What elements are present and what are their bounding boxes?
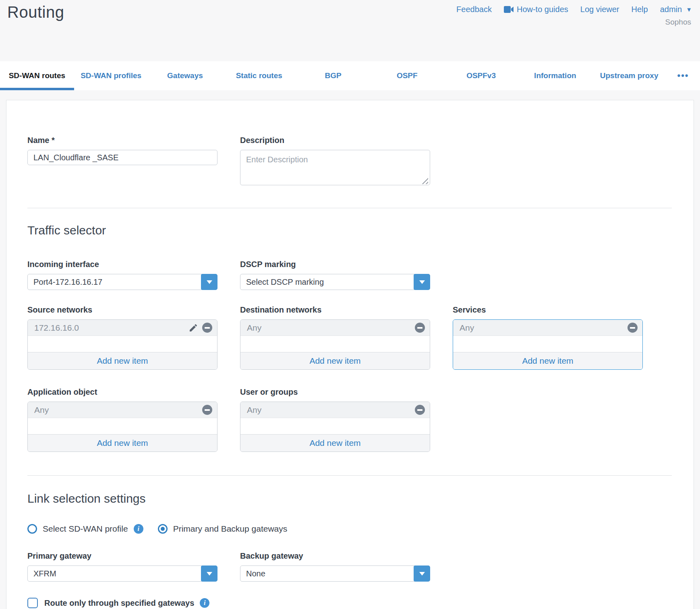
application-object-add-button[interactable]: Add new item	[28, 434, 217, 452]
remove-minus-icon[interactable]	[415, 405, 425, 415]
feedback-link[interactable]: Feedback	[456, 5, 492, 14]
remove-minus-icon[interactable]	[628, 323, 638, 333]
caret-down-icon: ▼	[686, 6, 692, 13]
destination-networks-item-value: Any	[247, 323, 261, 333]
primary-gateway-group: Primary gateway XFRM	[27, 551, 217, 582]
gateways-row: Primary gateway XFRM Backup gateway None	[27, 551, 679, 582]
traffic-selector-title: Traffic selector	[27, 224, 679, 237]
name-input[interactable]	[27, 150, 217, 165]
backup-gateway-group: Backup gateway None	[240, 551, 430, 582]
list-empty-space	[28, 418, 217, 434]
dscp-marking-dropdown[interactable]: Select DSCP marking	[240, 274, 430, 290]
application-object-item-value: Any	[34, 405, 49, 415]
dropdown-toggle-button[interactable]	[414, 566, 430, 582]
tab-information[interactable]: Information	[518, 61, 592, 90]
user-or-groups-group: User or groups Any Add new item	[240, 387, 430, 452]
primary-backup-gateways-radio[interactable]: Primary and Backup gateways	[158, 524, 288, 534]
dropdown-toggle-button[interactable]	[201, 274, 217, 290]
route-only-checkbox-row: Route only through specified gateways i	[27, 598, 679, 608]
tab-bar: SD-WAN routes SD-WAN profiles Gateways S…	[0, 61, 700, 90]
destination-networks-label: Destination networks	[240, 305, 430, 315]
section-divider	[27, 208, 672, 208]
remove-minus-icon[interactable]	[202, 405, 212, 415]
edit-pencil-icon[interactable]	[188, 323, 198, 333]
name-label: Name *	[27, 136, 217, 145]
primary-gateway-value: XFRM	[33, 569, 56, 578]
remove-minus-icon[interactable]	[415, 323, 425, 333]
name-description-row: Name * Description	[27, 136, 679, 187]
tab-sdwan-routes[interactable]: SD-WAN routes	[0, 61, 74, 90]
backup-gateway-dropdown[interactable]: None	[240, 566, 430, 582]
incoming-interface-group: Incoming interface Port4-172.16.16.17	[27, 260, 217, 290]
application-users-row: Application object Any Add new item User…	[27, 387, 679, 452]
info-icon[interactable]: i	[200, 598, 209, 608]
info-icon[interactable]: i	[134, 524, 143, 534]
header-links: Feedback How-to guides Log viewer Help a…	[456, 5, 692, 14]
destination-networks-add-button[interactable]: Add new item	[240, 352, 430, 369]
user-or-groups-item-value: Any	[247, 405, 261, 415]
tab-sdwan-profiles[interactable]: SD-WAN profiles	[74, 61, 148, 90]
services-item: Any	[453, 320, 642, 336]
dropdown-toggle-button[interactable]	[414, 274, 430, 290]
source-networks-group: Source networks 172.16.16.0 Add new item	[27, 305, 217, 370]
source-networks-label: Source networks	[27, 305, 217, 315]
primary-gateway-dropdown[interactable]: XFRM	[27, 566, 217, 582]
link-selection-title: Link selection settings	[27, 492, 679, 505]
user-or-groups-item: Any	[240, 402, 430, 418]
top-header: Routing Feedback How-to guides Log viewe…	[0, 0, 700, 61]
incoming-interface-value: Port4-172.16.16.17	[33, 278, 102, 287]
source-networks-item: 172.16.16.0	[28, 320, 217, 336]
tab-ospf[interactable]: OSPF	[370, 61, 444, 90]
help-link[interactable]: Help	[632, 5, 648, 14]
admin-menu-label: admin	[660, 5, 682, 14]
tab-ospfv3[interactable]: OSPFv3	[444, 61, 518, 90]
tab-static-routes[interactable]: Static routes	[222, 61, 296, 90]
backup-gateway-label: Backup gateway	[240, 551, 430, 561]
dropdown-toggle-button[interactable]	[201, 566, 217, 582]
route-only-checkbox-label: Route only through specified gateways	[44, 599, 194, 608]
route-only-checkbox[interactable]	[27, 598, 38, 608]
tab-overflow-menu[interactable]: •••	[666, 61, 700, 90]
tab-gateways[interactable]: Gateways	[148, 61, 222, 90]
video-camera-icon	[504, 6, 514, 13]
services-group: Services Any Add new item	[453, 305, 643, 370]
description-textarea[interactable]	[240, 150, 430, 185]
howto-guides-link[interactable]: How-to guides	[504, 5, 568, 14]
log-viewer-link[interactable]: Log viewer	[580, 5, 619, 14]
services-box: Any Add new item	[453, 319, 643, 370]
tab-bgp[interactable]: BGP	[296, 61, 370, 90]
admin-menu[interactable]: admin ▼	[660, 5, 692, 14]
destination-networks-box: Any Add new item	[240, 319, 430, 370]
dscp-marking-group: DSCP marking Select DSCP marking	[240, 260, 430, 290]
user-or-groups-box: Any Add new item	[240, 402, 430, 452]
select-sdwan-profile-radio[interactable]: Select SD-WAN profile i	[27, 524, 143, 534]
chevron-down-icon	[207, 280, 212, 284]
networks-services-row: Source networks 172.16.16.0 Add new item…	[27, 305, 679, 370]
primary-gateway-label: Primary gateway	[27, 551, 217, 561]
list-empty-space	[240, 336, 430, 352]
radio-selected-icon[interactable]	[158, 524, 168, 534]
primary-backup-gateways-radio-label: Primary and Backup gateways	[173, 524, 288, 534]
page-title: Routing	[7, 3, 64, 21]
source-networks-add-button[interactable]: Add new item	[28, 352, 217, 369]
tab-upstream-proxy[interactable]: Upstream proxy	[592, 61, 666, 90]
services-label: Services	[453, 305, 643, 315]
sdwan-route-form-panel: Name * Description Traffic selector Inco…	[6, 100, 694, 609]
user-or-groups-label: User or groups	[240, 387, 430, 397]
select-sdwan-profile-radio-label: Select SD-WAN profile	[43, 524, 128, 534]
remove-minus-icon[interactable]	[202, 323, 212, 333]
services-add-button[interactable]: Add new item	[453, 352, 642, 369]
description-field-group: Description	[240, 136, 430, 187]
list-empty-space	[453, 336, 642, 352]
chevron-down-icon	[207, 572, 212, 576]
source-networks-box: 172.16.16.0 Add new item	[27, 319, 217, 370]
section-divider	[27, 475, 672, 476]
interface-dscp-row: Incoming interface Port4-172.16.16.17 DS…	[27, 260, 679, 290]
user-or-groups-add-button[interactable]: Add new item	[240, 434, 430, 452]
link-mode-radio-row: Select SD-WAN profile i Primary and Back…	[27, 524, 679, 534]
chevron-down-icon	[419, 280, 425, 284]
log-viewer-link-label: Log viewer	[580, 5, 619, 14]
incoming-interface-dropdown[interactable]: Port4-172.16.16.17	[27, 274, 217, 290]
radio-unselected-icon[interactable]	[27, 524, 37, 534]
incoming-interface-label: Incoming interface	[27, 260, 217, 269]
